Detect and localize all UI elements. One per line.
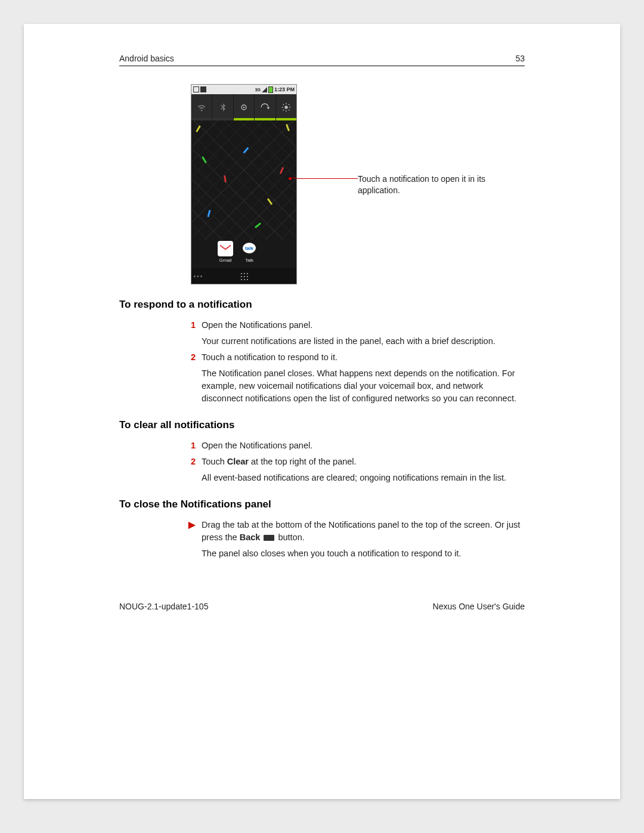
network-label: 3G [255,88,261,92]
section-heading: To clear all notifications [119,419,525,431]
sync-toggle[interactable] [255,94,275,120]
svg-point-2 [284,106,287,109]
gmail-app[interactable]: Gmail [216,241,234,263]
step: 2 Touch a notification to respond to it.… [182,351,525,405]
bullet: ▶ [182,519,202,560]
wifi-toggle[interactable] [191,94,212,120]
callout-leader [297,178,358,179]
page-number: 53 [515,54,525,63]
section-heading: To close the Notifications panel [119,498,525,510]
gmail-icon [220,244,231,253]
bluetooth-toggle[interactable] [212,94,233,120]
dock: ••• [191,268,296,284]
step: ▶ Drag the tab at the bottom of the Noti… [182,519,525,560]
step-sub: The panel also closes when you touch a n… [202,547,525,560]
apps-grid-icon[interactable] [239,271,249,281]
wifi-icon [197,103,206,112]
section-heading: To respond to a notification [119,299,525,311]
home-row: Gmail talk Talk [191,240,296,268]
step-text: Touch Clear at the top right of the pane… [202,456,525,468]
step-text: Touch a notification to respond to it. [202,351,525,364]
brightness-toggle[interactable] [276,94,296,120]
step-number: 1 [182,439,202,452]
page-dots-left: ••• [194,273,204,280]
svg-line-10 [289,104,289,105]
svg-line-7 [283,104,283,105]
doc-title: Nexus One User's Guide [433,602,525,611]
gps-toggle[interactable] [234,94,255,120]
sync-icon [260,103,270,112]
callout-text: Touch a notification to open it in its a… [358,174,513,196]
status-bar: 3G 1:23 PM [191,85,296,94]
step-text: Drag the tab at the bottom of the Notifi… [202,519,525,544]
gmail-label: Gmail [216,258,234,263]
page-content: 3G 1:23 PM [119,84,525,560]
step: 1 Open the Notifications panel. [182,439,525,452]
talk-app[interactable]: talk Talk [240,241,258,263]
page-header: Android basics 53 [119,54,525,66]
clock: 1:23 PM [274,86,295,92]
step-text: Open the Notifications panel. [202,319,525,332]
mail-icon [200,86,206,92]
step-sub: Your current notifications are listed in… [202,335,525,348]
back-button-icon [264,535,274,541]
svg-text:talk: talk [245,246,253,251]
step-sub: All event-based notifications are cleare… [202,472,525,484]
brightness-icon [281,103,291,112]
step-number: 2 [182,456,202,484]
svg-line-9 [283,110,283,110]
figure: 3G 1:23 PM [191,84,525,284]
talk-label: Talk [240,258,258,263]
step-sub: The Notification panel closes. What happ… [202,367,525,405]
talk-icon: talk [242,242,257,255]
step: 1 Open the Notifications panel. Your cur… [182,319,525,348]
svg-point-1 [243,107,245,109]
wallpaper [191,120,296,240]
step-text: Open the Notifications panel. [202,439,525,452]
document-page: Android basics 53 3G 1:23 PM [24,24,620,799]
page-footer: NOUG-2.1-update1-105 Nexus One User's Gu… [119,602,525,611]
signal-icon [262,87,267,92]
bluetooth-icon [218,103,228,112]
battery-icon [268,86,273,93]
chapter-title: Android basics [119,54,174,63]
step: 2 Touch Clear at the top right of the pa… [182,456,525,484]
doc-id: NOUG-2.1-update1-105 [119,602,208,611]
gps-icon [239,103,249,112]
step-number: 1 [182,319,202,348]
svg-line-8 [289,110,289,110]
phone-screenshot: 3G 1:23 PM [191,84,297,284]
step-number: 2 [182,351,202,405]
power-widget [191,94,296,120]
sim-icon [193,86,199,92]
